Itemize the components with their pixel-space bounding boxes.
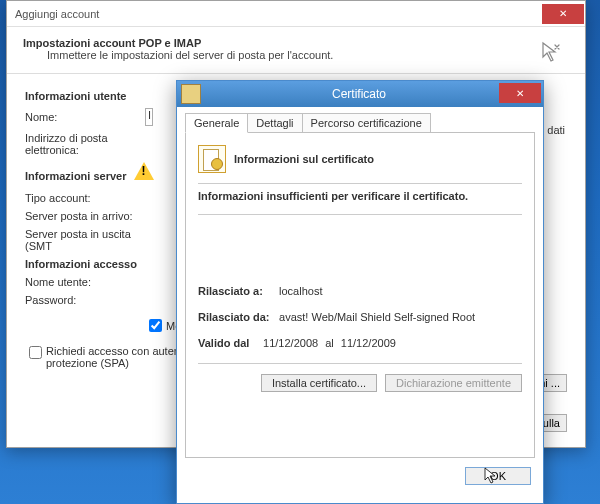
- label-account-type: Tipo account:: [25, 192, 145, 204]
- wizard-icon: [533, 37, 565, 69]
- cert-heading: Informazioni sul certificato: [234, 153, 374, 165]
- valid-label: Valido dal: [198, 337, 260, 349]
- label-outgoing: Server posta in uscita (SMT: [25, 228, 145, 252]
- cert-button-row: Installa certificato... Dichiarazione em…: [198, 363, 522, 392]
- label-name: Nome:: [25, 111, 145, 123]
- header-title: Impostazioni account POP e IMAP: [23, 37, 569, 49]
- issued-to-label: Rilasciato a:: [198, 285, 276, 297]
- cert-titlebar: Certificato ✕: [177, 81, 543, 107]
- valid-from: 11/12/2008: [263, 337, 318, 349]
- issuer-statement-button: Dichiarazione emittente: [385, 374, 522, 392]
- window-title: Aggiungi account: [15, 8, 99, 20]
- close-button[interactable]: ✕: [542, 4, 584, 24]
- tab-general[interactable]: Generale: [185, 113, 248, 133]
- valid-to: 11/12/2009: [341, 337, 396, 349]
- label-email: Indirizzo di posta elettronica:: [25, 132, 145, 156]
- ok-button[interactable]: OK: [465, 467, 531, 485]
- tab-details[interactable]: Dettagli: [247, 113, 302, 133]
- label-incoming: Server posta in arrivo:: [25, 210, 145, 222]
- cursor-icon: [482, 466, 498, 486]
- cert-close-button[interactable]: ✕: [499, 83, 541, 103]
- label-password: Password:: [25, 294, 145, 306]
- tab-panel-general: Informazioni sul certificato Informazion…: [185, 132, 535, 458]
- issued-by-value: avast! Web/Mail Shield Self-signed Root: [279, 311, 475, 323]
- titlebar: Aggiungi account ✕: [7, 1, 585, 27]
- issued-by-label: Rilasciato da:: [198, 311, 276, 323]
- cert-window-title: Certificato: [205, 87, 513, 101]
- certificate-icon: [198, 145, 226, 173]
- certificate-window: Certificato ✕ Generale Dettagli Percorso…: [176, 80, 544, 504]
- name-input[interactable]: I: [145, 108, 153, 126]
- certificate-app-icon: [181, 84, 201, 104]
- remember-password-checkbox[interactable]: [149, 319, 162, 332]
- header: Impostazioni account POP e IMAP Immetter…: [7, 27, 585, 74]
- label-username: Nome utente:: [25, 276, 145, 288]
- cert-details: Rilasciato a: localhost Rilasciato da: a…: [198, 285, 522, 349]
- header-subtitle: Immettere le impostazioni del server di …: [47, 49, 569, 61]
- section-server: Informazioni server: [25, 170, 126, 182]
- cert-warning: Informazioni insufficienti per verificar…: [198, 183, 522, 215]
- cert-heading-row: Informazioni sul certificato: [198, 145, 522, 173]
- spa-checkbox[interactable]: [29, 346, 42, 359]
- issued-to-value: localhost: [279, 285, 322, 297]
- warning-icon: [134, 162, 154, 180]
- ok-row: OK: [177, 459, 543, 493]
- valid-sep: al: [325, 337, 334, 349]
- tab-path[interactable]: Percorso certificazione: [302, 113, 431, 133]
- cert-tabs: Generale Dettagli Percorso certificazion…: [177, 107, 543, 133]
- install-certificate-button[interactable]: Installa certificato...: [261, 374, 377, 392]
